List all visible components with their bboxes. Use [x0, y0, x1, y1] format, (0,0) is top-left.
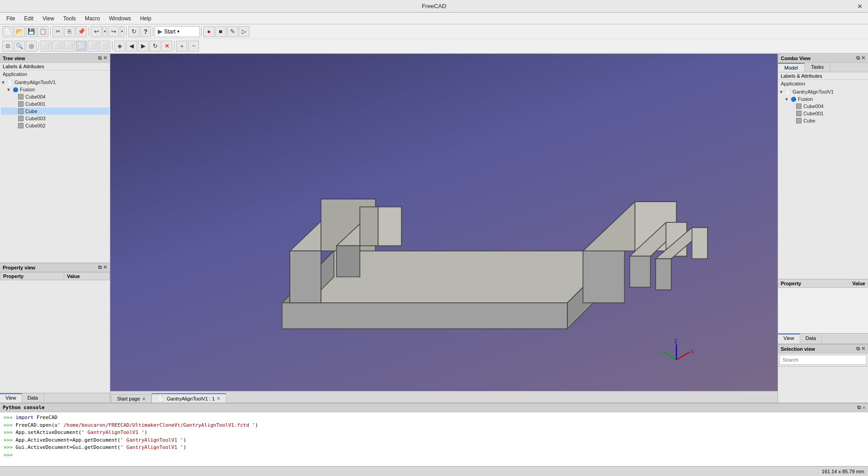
redo-dropdown[interactable]: ▾ — [120, 26, 124, 37]
right-data-tab[interactable]: Data — [800, 334, 822, 344]
tree-item-cube002[interactable]: Cube002 — [1, 122, 109, 129]
nav-refresh-button[interactable]: ↻ — [150, 41, 160, 52]
right-tree-fusion[interactable]: ▼ 🔵 Fusion — [779, 95, 867, 103]
tree-view-title: Tree view — [3, 56, 25, 61]
view-home-button[interactable]: ⊙ — [2, 41, 13, 52]
separator — [174, 42, 175, 51]
menu-view[interactable]: View — [38, 14, 59, 23]
view-select-button[interactable]: ◎ — [26, 41, 37, 52]
right-property-section: Property Value — [778, 279, 868, 333]
left-data-tab[interactable]: Data — [22, 393, 44, 403]
3d-viewport[interactable]: X Y Z — [110, 54, 778, 391]
tree-item-cube001[interactable]: Cube001 — [1, 100, 109, 108]
help-button[interactable]: ? — [140, 26, 151, 37]
toolbar-row-1: 📄 📂 💾 📋 ✂ ⎘ 📌 ↩ ▾ ↪ ▾ ↻ ? ▶ Start ▾ ● — [0, 24, 868, 39]
view-front-button[interactable]: ⬜ — [41, 41, 52, 52]
undo-button[interactable]: ↩ — [91, 26, 102, 37]
separator — [38, 42, 39, 51]
coords-display: 161.14 x 85.79 mm — [822, 469, 864, 474]
right-cube004-label: Cube004 — [803, 104, 824, 109]
stop-macro-button[interactable]: ■ — [215, 26, 226, 37]
paste-button[interactable]: 📌 — [76, 26, 87, 37]
search-input[interactable] — [779, 355, 867, 365]
menu-help[interactable]: Help — [136, 14, 156, 23]
nav-back-button[interactable]: ◀ — [126, 41, 137, 52]
fusion-icon: 🔵 — [12, 86, 19, 93]
right-tree-cube[interactable]: Cube — [779, 117, 867, 124]
view-top-button[interactable]: ⬜ — [52, 41, 63, 52]
right-tree-cube001[interactable]: Cube001 — [779, 110, 867, 117]
view-front2-button[interactable]: ⬜ — [88, 41, 99, 52]
right-tree-cube004[interactable]: Cube004 — [779, 103, 867, 110]
selection-float-icon[interactable]: ⧉ — [856, 346, 860, 352]
undo-dropdown[interactable]: ▾ — [103, 26, 107, 37]
record-macro-button[interactable]: ● — [203, 26, 214, 37]
selection-close-icon[interactable]: ✕ — [861, 346, 865, 352]
svg-marker-21 — [656, 259, 671, 290]
combo-view-close-icon[interactable]: ✕ — [861, 55, 865, 61]
refresh-button[interactable]: ↻ — [128, 26, 139, 37]
menu-tools[interactable]: Tools — [59, 14, 80, 23]
tree-view-float-icon[interactable]: ⧉ — [98, 55, 102, 61]
menu-bar: File Edit View Tools Macro Windows Help — [0, 13, 868, 24]
combo-view-header: Combo View ⧉ ✕ — [778, 54, 868, 63]
property-view-float-icon[interactable]: ⧉ — [98, 264, 102, 270]
play-macro-button[interactable]: ▷ — [239, 26, 250, 37]
part-icon[interactable]: ◈ — [114, 41, 125, 52]
view-iso-button[interactable]: ⬜ — [76, 41, 87, 52]
workbench-dropdown[interactable]: ▶ Start ▾ — [155, 26, 200, 37]
view-right-button[interactable]: ⬜ — [64, 41, 75, 52]
property-table: Property Value — [0, 272, 110, 393]
tree-item-root[interactable]: ▼ 📄 GantryAlignToolV1 — [1, 79, 109, 86]
close-button[interactable]: ✕ — [855, 2, 864, 11]
start-page-tab[interactable]: Start page ✕ — [111, 394, 151, 403]
cube002-label: Cube002 — [25, 123, 46, 128]
combo-model-tab[interactable]: Model — [778, 63, 805, 72]
right-view-tab[interactable]: View — [778, 334, 800, 344]
save-button[interactable]: 💾 — [26, 26, 37, 37]
property-view-close-icon[interactable]: ✕ — [103, 264, 107, 270]
nav-stop-button[interactable]: ✕ — [161, 41, 172, 52]
console-body[interactable]: >>> import FreeCAD >>> FreeCAD.open(u' /… — [0, 412, 868, 466]
tree-item-cube004[interactable]: Cube004 — [1, 93, 109, 100]
view-back-button[interactable]: ⬜ — [99, 41, 110, 52]
combo-view-float-icon[interactable]: ⧉ — [856, 55, 860, 61]
svg-text:X: X — [690, 349, 694, 354]
left-view-tab[interactable]: View — [0, 393, 22, 403]
separator — [89, 27, 89, 36]
redo-button[interactable]: ↪ — [108, 26, 119, 37]
menu-file[interactable]: File — [2, 14, 19, 23]
right-tree-root[interactable]: ▼ 📄 GantryAlignToolV1 — [779, 88, 867, 95]
start-page-label: Start page — [117, 396, 140, 401]
menu-edit[interactable]: Edit — [19, 14, 38, 23]
copy-button[interactable]: ⎘ — [64, 26, 75, 37]
console-close-icon[interactable]: ✕ — [862, 405, 865, 410]
cut-button[interactable]: ✂ — [52, 26, 63, 37]
remove-button[interactable]: − — [188, 41, 199, 52]
cube001-icon — [17, 101, 24, 107]
saveas-button[interactable]: 📋 — [38, 26, 48, 37]
start-page-close[interactable]: ✕ — [142, 396, 146, 401]
tree-item-cube[interactable]: Cube — [1, 108, 109, 115]
new-button[interactable]: 📄 — [2, 26, 13, 37]
tree-item-fusion[interactable]: ▼ 🔵 Fusion — [1, 86, 109, 93]
right-view-data-tabs: View Data — [778, 333, 868, 344]
zoom-fit-button[interactable]: 🔍 — [14, 41, 25, 52]
search-bar — [778, 353, 868, 367]
gantry-tab[interactable]: 📄 GantryAlignToolV1 : 1 ✕ — [151, 393, 226, 403]
add-button[interactable]: ＋ — [176, 41, 187, 52]
combo-tabs: Model Tasks — [778, 63, 868, 72]
combo-tasks-tab[interactable]: Tasks — [805, 63, 830, 72]
tree-item-cube003[interactable]: Cube003 — [1, 115, 109, 122]
menu-windows[interactable]: Windows — [104, 14, 136, 23]
menu-macro[interactable]: Macro — [80, 14, 104, 23]
cube001-label: Cube001 — [25, 101, 46, 107]
edit-macro-button[interactable]: ✎ — [227, 26, 238, 37]
gantry-close[interactable]: ✕ — [217, 396, 220, 401]
selection-view-header: Selection view ⧉ ✕ — [778, 344, 868, 353]
open-button[interactable]: 📂 — [14, 26, 25, 37]
nav-forward-button[interactable]: ▶ — [138, 41, 149, 52]
console-float-icon[interactable]: ⧉ — [857, 405, 861, 410]
property-view-header: Property view ⧉ ✕ — [0, 263, 110, 272]
tree-view-close-icon[interactable]: ✕ — [103, 55, 107, 61]
